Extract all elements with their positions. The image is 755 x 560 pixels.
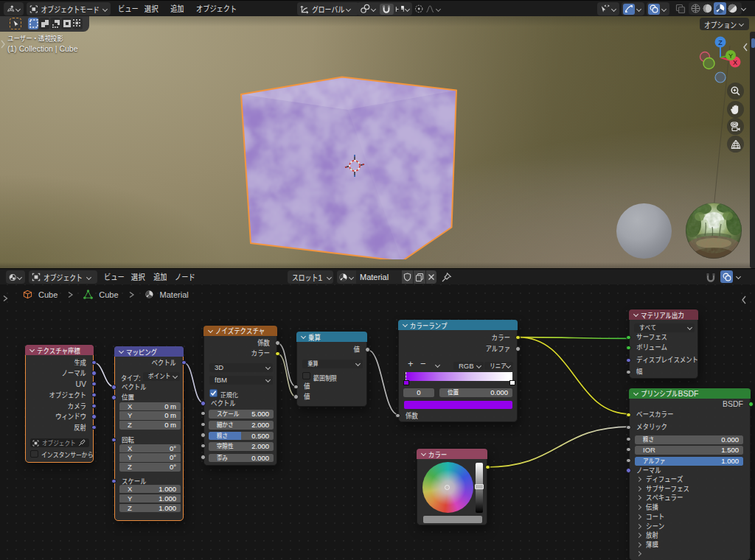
svg-text:Z: Z (718, 39, 723, 46)
svg-text:X: X (733, 59, 737, 66)
svg-text:Y: Y (728, 52, 733, 60)
